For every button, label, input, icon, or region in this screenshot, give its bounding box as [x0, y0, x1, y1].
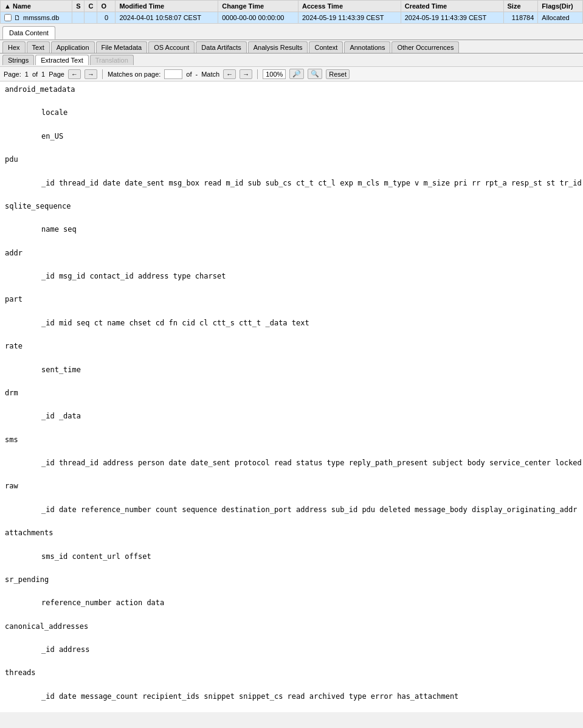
content-line: sent_time: [5, 364, 578, 376]
content-line: _id date reference_number count sequence…: [5, 504, 578, 516]
content-blank: [5, 493, 578, 504]
sub-tab-file-metadata[interactable]: File Metadata: [96, 41, 148, 53]
content-area: android_metadata locale en_US pdu _id th…: [0, 81, 583, 712]
match-current-input[interactable]: [164, 69, 182, 79]
sub-tab-context[interactable]: Context: [309, 41, 343, 53]
zoom-out-button[interactable]: 🔍: [308, 69, 322, 79]
content-blank: [5, 539, 578, 550]
content-line: _id thread_id address person date date_s…: [5, 457, 578, 469]
content-line: _id thread_id date date_sent msg_box rea…: [5, 178, 578, 189]
matches-label: Matches on page:: [108, 71, 160, 78]
col-header-name: ▲ Name: [1, 1, 72, 12]
file-name-cell: 🗋 mmssms.db: [1, 12, 72, 24]
page-prev-button[interactable]: ←: [68, 69, 81, 79]
content-blank: [5, 352, 578, 364]
page-suffix: Page: [49, 71, 64, 78]
col-header-change: Change Time: [218, 1, 298, 12]
content-blank: [5, 679, 578, 691]
match-label: Match: [201, 71, 219, 78]
col-header-access: Access Time: [298, 1, 401, 12]
content-line: rate: [5, 341, 578, 352]
content-blank: [5, 306, 578, 317]
separator-2: [257, 69, 258, 79]
content-blank: [5, 563, 578, 574]
page-current: 1: [25, 71, 29, 78]
content-blank: [5, 702, 578, 712]
content-blank: [5, 95, 578, 107]
content-line: locale: [5, 107, 578, 119]
file-modified: 2024-04-01 10:58:07 CEST: [116, 12, 218, 24]
file-access: 2024-05-19 11:43:39 CEST: [298, 12, 401, 24]
matches-of: of: [186, 71, 191, 78]
file-name: mmssms.db: [23, 14, 59, 21]
content-line: reference_number action data: [5, 597, 578, 609]
sub-tab-annotations[interactable]: Annotations: [344, 41, 390, 53]
file-s: [72, 12, 85, 24]
file-o: 0: [97, 12, 116, 24]
content-blank: [5, 633, 578, 644]
sub-tab-os-account[interactable]: OS Account: [148, 41, 195, 53]
content-line: _id mid seq ct name chset cd fn cid cl c…: [5, 317, 578, 329]
sub-tab-analysis-results[interactable]: Analysis Results: [248, 41, 308, 53]
content-line: part: [5, 294, 578, 305]
content-blank: [5, 259, 578, 271]
content-line: addr: [5, 248, 578, 259]
zoom-level: 100%: [263, 69, 286, 79]
col-header-c: C: [85, 1, 97, 12]
file-icon: 🗋: [14, 14, 21, 21]
file-c: [85, 12, 97, 24]
col-header-flags: Flags(Dir): [538, 1, 583, 12]
content-line: threads: [5, 667, 578, 679]
col-header-s: S: [72, 1, 85, 12]
content-line: sms: [5, 434, 578, 446]
content-blank: [5, 446, 578, 457]
content-blank: [5, 212, 578, 224]
match-prev-button[interactable]: ←: [223, 69, 236, 79]
content-blank: [5, 656, 578, 667]
content-line: raw: [5, 480, 578, 492]
file-row[interactable]: 🗋 mmssms.db 0 2024-04-01 10:58:07 CEST 0…: [1, 12, 583, 24]
separator-1: [102, 69, 103, 79]
file-flags: Allocated: [538, 12, 583, 24]
content-line: sqlite_sequence: [5, 201, 578, 212]
content-line: sms_id content_url offset: [5, 551, 578, 563]
content-blank: [5, 235, 578, 247]
inner-tab-translation: Translation: [90, 55, 134, 65]
sub-tab-hex[interactable]: Hex: [2, 41, 26, 53]
content-line: pdu: [5, 154, 578, 165]
col-header-created: Created Time: [401, 1, 503, 12]
inner-tab-strings[interactable]: Strings: [2, 55, 34, 65]
content-blank: [5, 189, 578, 201]
content-line: drm: [5, 387, 578, 399]
content-blank: [5, 165, 578, 177]
content-line: _id date message_count recipient_ids sni…: [5, 691, 578, 702]
content-blank: [5, 422, 578, 434]
content-blank: [5, 516, 578, 527]
content-blank: [5, 329, 578, 341]
file-created: 2024-05-19 11:43:39 CEST: [401, 12, 503, 24]
content-blank: [5, 376, 578, 387]
content-line: sr_pending: [5, 574, 578, 586]
zoom-in-button[interactable]: 🔎: [289, 69, 304, 79]
content-blank: [5, 282, 578, 294]
match-next-button[interactable]: →: [240, 69, 252, 79]
sub-tab-other-occurrences[interactable]: Other Occurrences: [392, 41, 459, 53]
content-blank: [5, 119, 578, 131]
page-next-button[interactable]: →: [85, 69, 97, 79]
content-blank: [5, 586, 578, 597]
file-change: 0000-00-00 00:00:00: [218, 12, 298, 24]
sub-tab-data-artifacts[interactable]: Data Artifacts: [196, 41, 246, 53]
content-line: android_metadata: [5, 84, 578, 95]
page-total: 1: [41, 71, 45, 78]
content-blank: [5, 142, 578, 154]
tab-data-content[interactable]: Data Content: [2, 26, 55, 40]
sub-tab-text[interactable]: Text: [27, 41, 50, 53]
content-line: _id msg_id contact_id address type chars…: [5, 271, 578, 282]
reset-button[interactable]: Reset: [326, 69, 350, 79]
content-line: en_US: [5, 131, 578, 142]
file-checkbox[interactable]: [4, 14, 12, 21]
sub-tab-application[interactable]: Application: [51, 41, 95, 53]
content-blank: [5, 609, 578, 620]
inner-tab-extracted-text[interactable]: Extracted Text: [35, 55, 89, 65]
content-line: name seq: [5, 224, 578, 235]
